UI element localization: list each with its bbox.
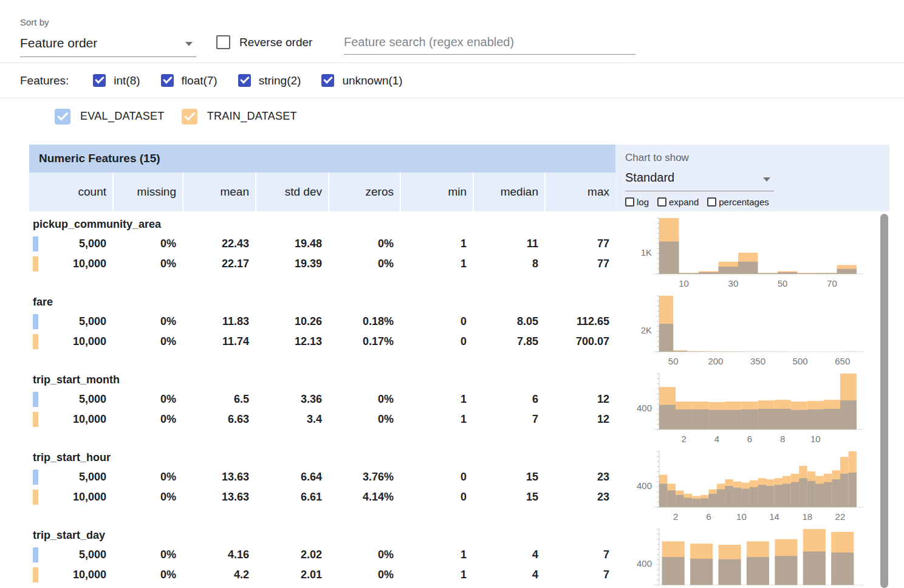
stat-cell: 3.36: [255, 393, 328, 406]
stat-row-eval: 5,0000%13.636.643.76%01523: [29, 467, 615, 487]
stat-cell: 13.63: [182, 491, 255, 504]
stat-row-train: 10,0000%13.636.614.14%01523: [29, 487, 615, 507]
stat-row-eval: 5,0000%6.53.360%1612: [29, 389, 615, 409]
dataset-toggle-eval[interactable]: EVAL_DATASET: [55, 109, 165, 125]
stat-cell: 19.48: [255, 238, 328, 250]
toggle-log[interactable]: log: [625, 197, 649, 207]
feature-name: trip_start_day: [29, 525, 615, 545]
feature-filter-unknown[interactable]: unknown(1): [321, 74, 402, 87]
feature-histogram[interactable]: 4002610141822: [615, 448, 889, 525]
feature-histogram[interactable]: 400246810: [615, 370, 889, 448]
sort-by-value: Feature order: [20, 36, 97, 50]
column-header-row: count missing mean std dev zeros min med…: [29, 173, 615, 211]
svg-text:400: 400: [637, 403, 652, 413]
stat-cell: 0.18%: [328, 315, 400, 328]
numeric-features-title: Numeric Features (15): [29, 145, 615, 173]
feature-histogram[interactable]: 2K50200350500650: [615, 292, 889, 370]
feature-search-input[interactable]: [344, 30, 635, 55]
stat-cell: 112.65: [544, 315, 615, 328]
feature-filter-float[interactable]: float(7): [161, 74, 217, 87]
stat-cell: 0%: [112, 315, 182, 328]
feature-search: [344, 30, 635, 55]
stat-cell: 10,000: [29, 335, 112, 348]
stat-cell: 0: [400, 491, 473, 504]
checkbox-checked-icon: [161, 74, 174, 87]
checkbox-checked-icon: [321, 74, 334, 87]
stat-cell: 12: [544, 413, 615, 426]
reverse-order-checkbox[interactable]: Reverse order: [216, 35, 312, 49]
svg-text:350: 350: [750, 356, 765, 366]
stat-cell: 3.76%: [328, 471, 400, 484]
svg-text:400: 400: [637, 558, 652, 569]
stat-cell: 0%: [112, 335, 182, 348]
stat-cell: 8: [473, 258, 544, 270]
stat-row-eval: 5,0000%11.8310.260.18%08.05112.65: [29, 312, 615, 332]
numeric-features-table: Numeric Features (15) count missing mean…: [29, 145, 889, 588]
stat-cell: 10,000: [29, 413, 112, 426]
feature-filter-label: float(7): [182, 74, 217, 87]
col-header-max: max: [544, 173, 615, 211]
stat-cell: 1: [400, 413, 473, 426]
stat-cell: 7: [473, 413, 544, 426]
svg-text:70: 70: [827, 278, 837, 289]
dataset-toggle-train[interactable]: TRAIN_DATASET: [182, 109, 297, 125]
feature-list: pickup_community_area 5,0000%22.4319.480…: [29, 211, 889, 588]
svg-text:2: 2: [681, 434, 686, 444]
stat-cell: 4: [473, 569, 544, 581]
sort-by-select[interactable]: Feature order: [20, 33, 196, 57]
stat-cell: 4.14%: [328, 491, 400, 504]
feature-filter-string[interactable]: string(2): [238, 74, 301, 87]
checkbox-unchecked-icon: [657, 197, 666, 207]
stat-cell: 12.13: [255, 335, 328, 348]
stat-cell: 15: [473, 491, 544, 504]
vertical-scrollbar[interactable]: [880, 214, 888, 588]
eval-dataset-swatch: [33, 470, 38, 485]
stat-cell: 2.01: [255, 569, 328, 581]
feature-rows: 5,0000%22.4319.480%1117710,0000%22.1719.…: [29, 234, 615, 274]
chart-toggle-list: logexpandpercentages: [625, 197, 778, 207]
train-dataset-swatch: [33, 412, 38, 427]
stat-row-train: 10,0000%6.633.40%1712: [29, 409, 615, 429]
stat-cell: 10.26: [255, 315, 328, 328]
stat-row-train: 10,0000%4.22.010%147: [29, 565, 615, 585]
stat-cell: 5,000: [29, 238, 112, 250]
eval-dataset-swatch: [33, 392, 38, 407]
feature-filter-int[interactable]: int(8): [93, 74, 140, 87]
stat-cell: 0: [400, 315, 473, 328]
feature-rows: 5,0000%13.636.643.76%0152310,0000%13.636…: [29, 467, 615, 507]
svg-text:200: 200: [708, 356, 723, 366]
dataset-legend: EVAL_DATASETTRAIN_DATASET: [0, 98, 904, 134]
svg-text:50: 50: [778, 278, 788, 289]
train-dataset-swatch: [33, 334, 38, 349]
stat-cell: 0%: [112, 471, 182, 484]
toggle-percentages[interactable]: percentages: [707, 197, 769, 207]
feature-name: trip_start_hour: [29, 448, 615, 467]
stat-cell: 7.85: [473, 335, 544, 348]
stat-cell: 700.07: [544, 335, 615, 348]
feature-histogram[interactable]: 1K10305070: [615, 214, 889, 292]
svg-text:4: 4: [714, 434, 719, 444]
stat-cell: 11.74: [182, 335, 255, 348]
stat-cell: 0%: [112, 549, 182, 561]
feature-histogram[interactable]: 400: [615, 525, 889, 588]
col-header-min: min: [400, 173, 473, 211]
stat-cell: 23: [544, 471, 615, 484]
stat-cell: 6: [473, 393, 544, 406]
stat-cell: 1: [400, 569, 473, 581]
stat-cell: 23: [544, 491, 615, 504]
chart-type-select[interactable]: Standard: [625, 169, 774, 191]
stat-cell: 2.02: [255, 549, 328, 561]
toggle-expand[interactable]: expand: [657, 197, 699, 207]
stat-cell: 10,000: [29, 569, 112, 581]
stat-cell: 11.83: [182, 315, 255, 328]
train-dataset-swatch: [33, 567, 38, 583]
toggle-label: expand: [669, 197, 699, 207]
feature-rows: 5,0000%6.53.360%161210,0000%6.633.40%171…: [29, 389, 615, 429]
checkbox-unchecked-icon: [216, 35, 230, 49]
stat-cell: 22.17: [182, 258, 255, 270]
feature-filter-list: int(8)float(7)string(2)unknown(1): [93, 74, 423, 87]
train-dataset-swatch: [33, 490, 38, 505]
chart-to-show-label: Chart to show: [625, 152, 689, 164]
col-header-stddev: std dev: [255, 173, 328, 211]
stat-cell: 11: [473, 238, 544, 250]
